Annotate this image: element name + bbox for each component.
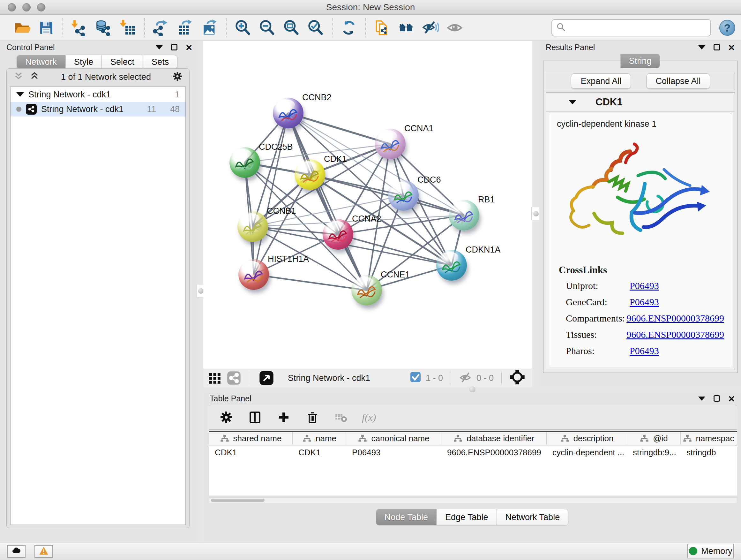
save-session-button[interactable] [37, 18, 56, 37]
crosslink-link[interactable]: P06493 [630, 280, 659, 291]
node-HIST1H1A[interactable] [239, 259, 269, 290]
zoom-out-button[interactable] [257, 18, 277, 37]
left-splitter[interactable] [199, 41, 203, 542]
node-CDK1[interactable] [294, 159, 325, 190]
gene-section-header[interactable]: CDK1 [546, 92, 735, 112]
network-view-mode-icon[interactable] [227, 371, 241, 385]
copy-network-button[interactable] [372, 18, 392, 37]
zoom-selected-button[interactable] [306, 18, 326, 37]
collapse-all-button[interactable]: Collapse All [646, 73, 710, 89]
network-collection-row[interactable]: String Network - cdk1 1 [10, 87, 185, 102]
search-box[interactable] [551, 19, 711, 37]
help-button[interactable]: ? [719, 20, 735, 36]
network-row[interactable]: String Network - cdk1 1148 [10, 102, 185, 117]
node-CDC6[interactable] [388, 180, 419, 211]
edge-CCNB2-CCNA1[interactable] [288, 113, 390, 144]
add-column-icon[interactable] [276, 409, 292, 425]
open-session-button[interactable] [12, 18, 32, 37]
column-header-database-identifier[interactable]: database identifier [441, 432, 547, 445]
column-header-shared-name[interactable]: shared name [209, 432, 293, 445]
results-splitter[interactable] [532, 41, 539, 387]
node-RB1[interactable] [449, 200, 479, 231]
grid-view-icon[interactable] [208, 372, 221, 384]
selected-checkbox-icon[interactable] [410, 371, 421, 385]
search-input[interactable] [569, 23, 706, 33]
show-column-panel-icon[interactable] [247, 409, 263, 425]
maximize-panel-icon[interactable] [171, 44, 178, 51]
close-panel-icon[interactable]: × [186, 44, 192, 51]
edge-CCNB2-HIST1H1A[interactable] [254, 113, 288, 274]
results-splitter-handle[interactable] [531, 207, 540, 220]
cloud-status-button[interactable] [7, 545, 25, 558]
table-cell[interactable]: CDK1 [293, 448, 346, 457]
edge-HIST1H1A-CCNE1[interactable] [254, 274, 367, 290]
network-canvas[interactable]: CCNB2 CCNA1 CDC25B CDK1 CDC6 RB1 CCNB1 C… [203, 41, 532, 369]
tab-node-table[interactable]: Node Table [376, 509, 436, 525]
close-panel-icon[interactable]: × [728, 44, 735, 51]
node-CCNA2[interactable] [323, 219, 353, 250]
table-horizontal-scrollbar[interactable] [209, 497, 737, 503]
node-CDC25B[interactable] [229, 147, 260, 178]
table-splitter[interactable] [203, 387, 741, 392]
table-cell[interactable]: P06493 [346, 448, 441, 457]
zoom-in-button[interactable] [233, 18, 253, 37]
table-cell[interactable]: stringdb:9... [627, 448, 681, 457]
crosslink-link[interactable]: 9606.ENSP00000378699 [626, 313, 724, 324]
reset-view-crosshair-icon[interactable] [509, 369, 525, 387]
zoom-fit-button[interactable] [281, 18, 301, 37]
tab-sets[interactable]: Sets [143, 55, 178, 69]
import-table-file-button[interactable] [118, 18, 138, 37]
node-CCNB1[interactable] [238, 211, 268, 242]
column-header-namespac[interactable]: namespac [681, 432, 736, 445]
memory-button[interactable]: Memory [687, 544, 734, 558]
float-panel-icon[interactable] [698, 45, 705, 50]
export-table-button[interactable] [176, 18, 195, 37]
expand-all-tree-icon[interactable] [29, 71, 40, 83]
show-all-button[interactable] [445, 18, 465, 37]
tab-edge-table[interactable]: Edge Table [436, 509, 497, 525]
delete-column-trash-icon[interactable] [305, 409, 320, 425]
table-cell[interactable]: CDK1 [209, 448, 293, 457]
expand-all-button[interactable]: Expand All [571, 73, 631, 89]
crosslink-link[interactable]: P06493 [630, 297, 659, 307]
float-panel-icon[interactable] [698, 396, 705, 401]
home-overview-button[interactable] [396, 18, 416, 37]
tab-network[interactable]: Network [17, 55, 65, 69]
table-cell[interactable]: cyclin-dependent ... [547, 448, 627, 457]
table-cell[interactable]: 9606.ENSP00000378699 [441, 448, 547, 457]
node-CCNA1[interactable] [375, 129, 406, 159]
network-options-gear-icon[interactable] [172, 71, 183, 83]
import-network-file-button[interactable] [70, 18, 89, 37]
column-header-canonical-name[interactable]: canonical name [346, 432, 441, 445]
hide-selected-button[interactable] [421, 18, 441, 37]
warnings-button[interactable] [35, 545, 53, 558]
collapse-all-tree-icon[interactable] [13, 71, 24, 83]
node-CDKN1A[interactable] [436, 250, 467, 281]
tab-select[interactable]: Select [102, 55, 143, 69]
column-header-name[interactable]: name [293, 432, 346, 445]
node-CCNE1[interactable] [351, 275, 382, 306]
tab-string[interactable]: String [620, 54, 660, 68]
maximize-panel-icon[interactable] [714, 44, 720, 51]
tab-style[interactable]: Style [65, 55, 102, 69]
table-splitter-handle[interactable] [469, 386, 475, 393]
table-row[interactable]: CDK1CDK1P064939606.ENSP00000378699cyclin… [209, 445, 737, 459]
scrollbar-thumb[interactable] [211, 499, 265, 502]
crosslink-link[interactable]: P06493 [630, 346, 659, 356]
maximize-panel-icon[interactable] [714, 395, 720, 401]
tab-network-table[interactable]: Network Table [497, 509, 569, 525]
node-CCNB2[interactable] [273, 98, 304, 128]
collapse-icon[interactable] [16, 92, 24, 97]
close-panel-icon[interactable]: × [728, 395, 735, 401]
export-image-button[interactable] [200, 18, 219, 37]
crosslink-link[interactable]: 9606.ENSP00000378699 [626, 329, 724, 340]
table-cell[interactable]: stringdb [681, 448, 736, 457]
float-panel-icon[interactable] [156, 45, 163, 50]
column-header-@id[interactable]: @id [627, 432, 681, 445]
table-settings-gear-icon[interactable] [218, 409, 234, 425]
edge-CDK1-RB1[interactable] [310, 175, 464, 215]
birds-eye-view-icon[interactable] [259, 371, 274, 385]
hidden-eye-icon[interactable] [459, 370, 472, 386]
column-header-description[interactable]: description [547, 432, 627, 445]
export-network-button[interactable] [151, 18, 171, 37]
